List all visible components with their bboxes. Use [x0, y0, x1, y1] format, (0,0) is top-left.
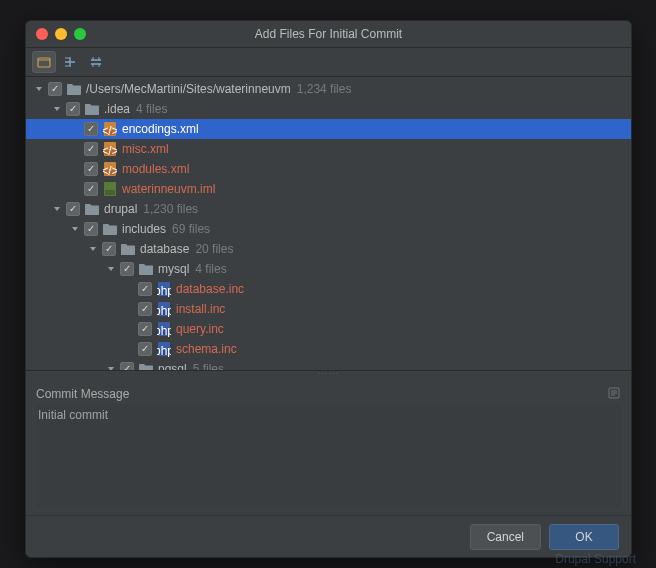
collapse-all-button[interactable]	[84, 51, 108, 73]
svg-text:</>: </>	[103, 164, 117, 178]
svg-text:</>: </>	[103, 144, 117, 158]
folder-icon	[102, 221, 118, 237]
checkbox[interactable]	[138, 302, 152, 316]
checkbox[interactable]	[84, 182, 98, 196]
resize-grip[interactable]: ⋯⋯	[26, 370, 631, 378]
file-xml-icon: </>	[102, 121, 118, 137]
tree-row[interactable]: </>modules.xml	[26, 159, 631, 179]
arrow-spacer	[70, 144, 80, 154]
window-controls	[36, 28, 86, 40]
checkbox[interactable]	[102, 242, 116, 256]
arrow-spacer	[70, 184, 80, 194]
file-count: 20 files	[195, 242, 233, 256]
tree-row[interactable]: phpdatabase.inc	[26, 279, 631, 299]
file-name: .idea	[104, 102, 130, 116]
file-name: database.inc	[176, 282, 244, 296]
folder-icon	[138, 261, 154, 277]
cancel-button[interactable]: Cancel	[470, 524, 541, 550]
folder-icon	[84, 201, 100, 217]
chevron-down-icon[interactable]	[70, 224, 80, 234]
arrow-spacer	[124, 284, 134, 294]
tree-row[interactable]: phpschema.inc	[26, 339, 631, 359]
checkbox[interactable]	[84, 122, 98, 136]
svg-text:php: php	[157, 304, 171, 318]
expand-all-button[interactable]	[58, 51, 82, 73]
arrow-spacer	[70, 124, 80, 134]
file-name: waterinneuvm.iml	[122, 182, 215, 196]
tree-row[interactable]: waterinneuvm.iml	[26, 179, 631, 199]
checkbox[interactable]	[84, 222, 98, 236]
collapse-all-icon	[89, 55, 103, 69]
checkbox[interactable]	[120, 262, 134, 276]
dialog-title: Add Files For Initial Commit	[255, 27, 402, 41]
tree-row[interactable]: </>misc.xml	[26, 139, 631, 159]
commit-section: Commit Message	[26, 378, 631, 511]
file-name: database	[140, 242, 189, 256]
file-name: encodings.xml	[122, 122, 199, 136]
toolbar	[26, 47, 631, 77]
folder-icon	[120, 241, 136, 257]
checkbox[interactable]	[84, 142, 98, 156]
file-name: /Users/MecMartini/Sites/waterinneuvm	[86, 82, 291, 96]
history-icon[interactable]	[607, 386, 621, 403]
tree-row[interactable]: phpinstall.inc	[26, 299, 631, 319]
tree-row[interactable]: /Users/MecMartini/Sites/waterinneuvm1,23…	[26, 79, 631, 99]
button-bar: Cancel OK	[26, 515, 631, 557]
file-name: install.inc	[176, 302, 225, 316]
tree-row[interactable]: includes69 files	[26, 219, 631, 239]
tree-row[interactable]: mysql4 files	[26, 259, 631, 279]
file-name: drupal	[104, 202, 137, 216]
arrow-spacer	[124, 344, 134, 354]
file-xml-icon: </>	[102, 141, 118, 157]
commit-message-label: Commit Message	[36, 387, 129, 401]
checkbox[interactable]	[138, 342, 152, 356]
file-name: misc.xml	[122, 142, 169, 156]
tree-row[interactable]: database20 files	[26, 239, 631, 259]
svg-text:php: php	[157, 344, 171, 358]
file-name: pgsql	[158, 362, 187, 370]
file-name: query.inc	[176, 322, 224, 336]
checkbox[interactable]	[66, 102, 80, 116]
checkbox[interactable]	[138, 282, 152, 296]
expand-all-icon	[63, 55, 77, 69]
tree-row[interactable]: phpquery.inc	[26, 319, 631, 339]
file-count: 5 files	[193, 362, 224, 370]
chevron-down-icon[interactable]	[34, 84, 44, 94]
minimize-button[interactable]	[55, 28, 67, 40]
folder-icon	[66, 81, 82, 97]
checkbox[interactable]	[66, 202, 80, 216]
group-by-directory-button[interactable]	[32, 51, 56, 73]
file-name: includes	[122, 222, 166, 236]
group-by-directory-icon	[37, 55, 51, 69]
file-count: 1,234 files	[297, 82, 352, 96]
dialog-add-files-initial-commit: Add Files For Initial Commit /Users/MecM…	[25, 20, 632, 558]
file-count: 69 files	[172, 222, 210, 236]
file-name: mysql	[158, 262, 189, 276]
chevron-down-icon[interactable]	[88, 244, 98, 254]
tree-row[interactable]: .idea4 files	[26, 99, 631, 119]
arrow-spacer	[124, 304, 134, 314]
svg-text:php: php	[157, 284, 171, 298]
commit-message-input[interactable]	[36, 404, 621, 508]
footer-hint: Drupal Support	[555, 552, 636, 566]
file-tree[interactable]: /Users/MecMartini/Sites/waterinneuvm1,23…	[26, 77, 631, 370]
arrow-spacer	[124, 324, 134, 334]
file-name: modules.xml	[122, 162, 189, 176]
chevron-down-icon[interactable]	[52, 204, 62, 214]
checkbox[interactable]	[138, 322, 152, 336]
tree-row[interactable]: </>encodings.xml	[26, 119, 631, 139]
svg-rect-11	[105, 190, 115, 195]
chevron-down-icon[interactable]	[52, 104, 62, 114]
tree-row[interactable]: drupal1,230 files	[26, 199, 631, 219]
file-count: 1,230 files	[143, 202, 198, 216]
maximize-button[interactable]	[74, 28, 86, 40]
file-count: 4 files	[136, 102, 167, 116]
ok-button[interactable]: OK	[549, 524, 619, 550]
checkbox[interactable]	[120, 362, 134, 370]
close-button[interactable]	[36, 28, 48, 40]
file-php-icon: php	[156, 281, 172, 297]
svg-rect-0	[38, 58, 50, 67]
checkbox[interactable]	[84, 162, 98, 176]
chevron-down-icon[interactable]	[106, 264, 116, 274]
checkbox[interactable]	[48, 82, 62, 96]
